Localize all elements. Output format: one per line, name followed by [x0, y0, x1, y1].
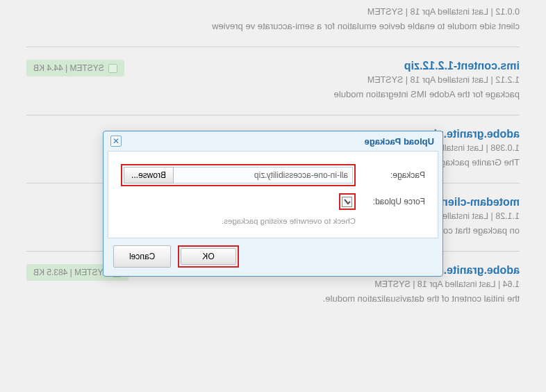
ok-button-highlight: OK [178, 245, 238, 268]
package-info: ims.content-1.2.12.zip 1.2.12 | Last ins… [124, 60, 520, 99]
dialog-title: Upload Package [365, 136, 434, 147]
close-icon: ✕ [113, 136, 119, 146]
force-upload-hint: Check to overwrite existing packages. [121, 217, 356, 225]
form-row-force: Force Upload: [121, 193, 425, 210]
force-upload-highlight [339, 193, 356, 210]
package-badge: SYSTEM | 44.4 KB [26, 60, 124, 76]
package-item: 0.0.12 | Last installed Apr 18 | SYSTEM … [26, 7, 520, 47]
browse-button[interactable]: Browse... [124, 167, 174, 183]
ok-button[interactable]: OK [181, 248, 235, 265]
force-upload-checkbox[interactable] [342, 197, 353, 207]
dialog-footer: OK Cancel [104, 238, 442, 276]
package-title[interactable]: ims.content-1.2.12.zip [124, 60, 520, 72]
dialog-header: Upload Package ✕ [104, 131, 442, 151]
badge-text: SYSTEM | 44.4 KB [33, 63, 104, 73]
package-description: client side module to enable device emul… [26, 21, 520, 31]
badge-text: SYSTEM | 483.5 KB [33, 268, 109, 277]
package-info: 0.0.12 | Last installed Apr 18 | SYSTEM … [26, 7, 520, 31]
package-meta: 1.64 | Last installed Apr 18 | SYSTEM [129, 279, 520, 289]
package-description: package for the Adobe IMS integration mo… [124, 89, 520, 99]
package-file-input[interactable] [173, 167, 353, 183]
force-upload-label: Force Upload: [356, 197, 425, 206]
dialog-body: Package: Browse... Force Upload: Check t… [108, 151, 438, 238]
package-meta: 1.2.12 | Last installed Apr 18 | SYSTEM [124, 75, 520, 85]
upload-package-dialog: Upload Package ✕ Package: Browse... Forc… [103, 131, 443, 277]
form-row-package: Package: Browse... [121, 164, 425, 186]
check-icon [343, 197, 351, 206]
cancel-button[interactable]: Cancel [113, 245, 171, 268]
file-input-highlight: Browse... [121, 164, 356, 186]
package-description: the initial content of the datavisualiza… [129, 293, 520, 304]
package-item: ims.content-1.2.12.zip 1.2.12 | Last ins… [26, 47, 520, 115]
package-meta: 0.0.12 | Last installed Apr 18 | SYSTEM [26, 7, 520, 17]
badge-checkbox-icon [108, 64, 117, 73]
close-button[interactable]: ✕ [110, 136, 122, 147]
package-label: Package: [356, 170, 425, 180]
